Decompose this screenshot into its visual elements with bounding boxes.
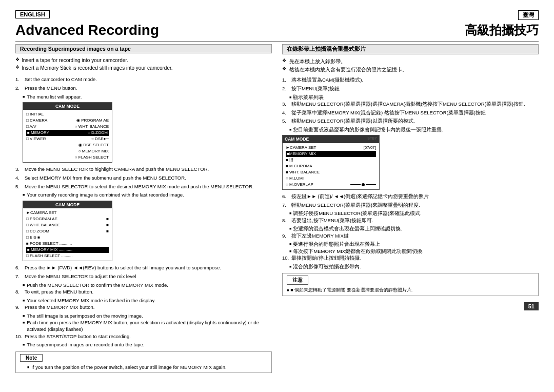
zh-step-10: 10. 最後按開始/停止按鈕開始拍攝.: [282, 254, 539, 262]
step-8-sub: Your selected MEMORY MIX mode is flashed…: [15, 297, 272, 304]
cam-item: □ WHT. BALANCE■: [26, 222, 109, 228]
note-text-en: If you turn the position of the power sw…: [20, 364, 267, 370]
content-columns: Recording Superimposed images on a tape …: [15, 44, 539, 382]
cam-item: □ INITIAL: [26, 111, 109, 117]
right-header: 臺灣: [518, 10, 539, 20]
zh-step-4: 4. 從子菜單中選擇MEMORY MIX(混合記錄) 然後按下MENU SELE…: [282, 109, 539, 116]
note-bullet: If you turn the position of the power sw…: [20, 364, 267, 370]
zh-step-9: 9. 按下左邊MEMORY MIX鍵: [282, 232, 539, 240]
step-9-sub1: The still image is superimposed on the m…: [15, 312, 272, 319]
zh-step-10-sub: 混合的影像可被拍攝在影帶內.: [282, 263, 539, 270]
title-row: Advanced Recording 高級拍攝技巧: [15, 22, 539, 38]
cam-box-2-body: ►CAMERA SET □ PROGRAM AE■ □ WHT. BALANCE…: [23, 208, 112, 261]
cam-box-3-header: CAM MODE STBY: [283, 135, 379, 143]
cam-item: ■ M.CHROMA: [286, 163, 376, 169]
step-10-sub: The superimposed images are recorded ont…: [15, 341, 272, 348]
zh-step-7-sub: 調整好後按MENU SELECTOR(菜單選擇器)來確認此模式.: [282, 210, 539, 217]
step-10: 10. Press the START/STOP button to start…: [15, 333, 272, 340]
step-7-sub: Push the MENU SELECTOR to confirm the ME…: [15, 282, 272, 288]
left-header: ENGLISH: [15, 10, 50, 18]
section-header-en: Recording Superimposed images on a tape: [15, 44, 272, 53]
title-english: Advanced Recording: [15, 22, 159, 38]
zh-step-9-sub2: 每次按下MEMORY MIX鍵都會在啟動或關閉此功能間切換.: [282, 248, 539, 254]
title-divider: [15, 42, 539, 42]
zh-step-3: 3. 移動MENU SELECTOR(菜單選擇器)選擇CAMERA(攝影機)然後…: [282, 101, 539, 108]
zh-step-1: 1. 將本機設置為CAM(攝影機模式).: [282, 76, 539, 84]
cam-item-memory-mix-header: ■MEMORY MIX: [286, 151, 376, 157]
cam-item: □ CAMERA◉ PROGRAM AE: [26, 117, 109, 124]
zh-step-7: 7. 輕動MENU SELECTOR(菜單選擇器)來調整重疊明的程度.: [282, 202, 539, 209]
note-box-zh: 注意 ■ 倘如果您轉動了電源開關,要從新選擇要混合的靜態照片片.: [282, 273, 539, 296]
english-badge: ENGLISH: [15, 10, 50, 18]
cam-item: □ FLASH SELECT ..........: [26, 253, 109, 259]
cam-item: □ PROGRAM AE■: [26, 216, 109, 222]
cam-item: □ EIS ■: [26, 234, 109, 241]
slider: [350, 183, 376, 186]
step-5: 5. Move the MENU SELECTOR to select the …: [15, 183, 272, 190]
intro-bullets-en: Insert a tape for recording into your ca…: [15, 56, 272, 72]
right-column: 在錄影帶上拍攝混合重疊式影片 先在本機上放入錄影帶。 然後在本機內放入含有要進行…: [282, 44, 539, 382]
cam-item: ■ 旧: [286, 157, 376, 163]
cam-box-1: CAM MODE □ INITIAL □ CAMERA◉ PROGRAM AE …: [23, 102, 112, 163]
cam-item: □ VIEWER○ DSE●─: [26, 136, 109, 142]
zh-step-2-sub: 顯示菜單列表: [282, 94, 539, 101]
step-1: 1. Set the camcorder to CAM mode.: [15, 76, 272, 83]
zh-intro-bullet-1: 先在本機上放入錄影帶。: [282, 57, 539, 66]
zh-step-5: 5. 移動MENU SELECTOR(菜單選擇器)以選擇所要的模式.: [282, 117, 539, 125]
cam-item: ■ WHT. BALANCE: [286, 169, 376, 175]
cam-item: ►CAMERA SET[07/07]: [286, 145, 376, 151]
top-bar: ENGLISH 臺灣: [15, 10, 539, 20]
zh-step-5-sub: 您目前畫面或液晶螢幕內的影像會與記憶卡內的最後一張照片重疊.: [282, 126, 539, 133]
cam-box-1-header: CAM MODE: [23, 103, 112, 110]
step-5-sub: Your currently recording image is combin…: [15, 191, 272, 198]
zh-note-bullet: ■ 倘如果您轉動了電源開關,要從新選擇要混合的靜態照片片.: [287, 287, 534, 293]
page-num-container: 51: [282, 300, 539, 310]
section-header-zh: 在錄影帶上拍攝混合重疊式影片: [282, 44, 539, 54]
cam-item: ○ MEMORY MIX: [26, 148, 109, 154]
cam-item: ○ FLASH SELECT: [26, 154, 109, 161]
cam-item-memory-mix: ■ MEMORY MIX ............: [26, 247, 109, 253]
steps-zh: 1. 將本機設置為CAM(攝影機模式). 2. 按下MENU(菜單)按鈕 顯示菜…: [282, 76, 539, 270]
step-9: 9. Press the MEMORY MIX button.: [15, 304, 272, 311]
step-4: 4. Select MEMORY MIX from the submenu an…: [15, 174, 272, 182]
step-9-sub2: Each time you press the MEMORY MIX butto…: [15, 319, 272, 333]
page: ENGLISH 臺灣 Advanced Recording 高級拍攝技巧 Rec…: [0, 0, 554, 392]
cam-box-3: CAM MODE STBY ►CAMERA SET[07/07] ■MEMORY…: [282, 135, 380, 189]
step-3: 3. Move the MENU SELECTOR to highlight C…: [15, 166, 272, 173]
zh-step-6: 6. 按左鍵►► (前進)/ ◄◄(倒退)來選擇記憶卡內您要重疊的照片: [282, 193, 539, 200]
cam-box-2: CAM MODE ►CAMERA SET □ PROGRAM AE■ □ WHT…: [23, 201, 112, 261]
note-header-zh: 注意: [287, 276, 308, 285]
cam-item-overlap: ○ M.OVERLAP: [286, 182, 376, 188]
intro-bullets-zh: 先在本機上放入錄影帶。 然後在本機內放入含有要進行混合的照片之記憶卡。: [282, 57, 539, 73]
cam-box-3-body: ►CAMERA SET[07/07] ■MEMORY MIX ■ 旧 ■ M.C…: [283, 143, 379, 189]
left-column: Recording Superimposed images on a tape …: [15, 44, 272, 382]
cam-item-memory: ■ MEMORY○ D.ZOOM: [26, 130, 109, 136]
page-number: 51: [524, 302, 539, 310]
cam-item: □ A/V○ WHT. BALANCE: [26, 124, 109, 130]
note-box-en: Note If you turn the position of the pow…: [15, 351, 272, 373]
intro-bullet-1: Insert a tape for recording into your ca…: [15, 56, 272, 64]
taiwan-badge: 臺灣: [518, 10, 539, 20]
zh-step-8-sub: 您選擇的混合模式會出現在螢幕上閃爍確認切換.: [282, 225, 539, 232]
note-text-zh: ■ 倘如果您轉動了電源開關,要從新選擇要混合的靜態照片片.: [287, 287, 534, 293]
title-chinese: 高級拍攝技巧: [465, 22, 539, 38]
cam-box-1-body: □ INITIAL □ CAMERA◉ PROGRAM AE □ A/V○ WH…: [23, 110, 112, 162]
step-7: 7. Move the MENU SELECTOR to adjust the …: [15, 273, 272, 280]
step-2: 2. Press the MENU button.: [15, 85, 272, 92]
cam-box-2-header: CAM MODE: [23, 201, 112, 208]
zh-step-9-sub1: 要進行混合的靜態照片會出現在螢幕上: [282, 241, 539, 247]
intro-bullet-2: Insert a Memory Stick is recorded still …: [15, 64, 272, 72]
step-2-sub: The menu list will appear.: [15, 93, 272, 100]
cam-item: ○ M.LUMI: [286, 175, 376, 182]
note-header-en: Note: [20, 354, 43, 362]
steps-en: 1. Set the camcorder to CAM mode. 2. Pre…: [15, 76, 272, 348]
cam-item: ►CAMERA SET: [26, 210, 109, 216]
zh-step-2: 2. 按下MENU(菜單)按鈕: [282, 85, 539, 92]
cam-item: ■ FODE SELECT ...........: [26, 241, 109, 247]
cam-item: □ CD.ZOOM■: [26, 228, 109, 234]
step-6: 6. Press the ►► (FWD) ◄◄(REV) buttons to…: [15, 264, 272, 271]
step-8: 8. To exit, press the MENU button.: [15, 288, 272, 296]
zh-intro-bullet-2: 然後在本機內放入含有要進行混合的照片之記憶卡。: [282, 66, 539, 74]
cam-item: ◉ DSE SELECT: [26, 142, 109, 148]
zh-step-8: 8. 若要退出,按下MENU(菜單)按鈕即可.: [282, 217, 539, 224]
